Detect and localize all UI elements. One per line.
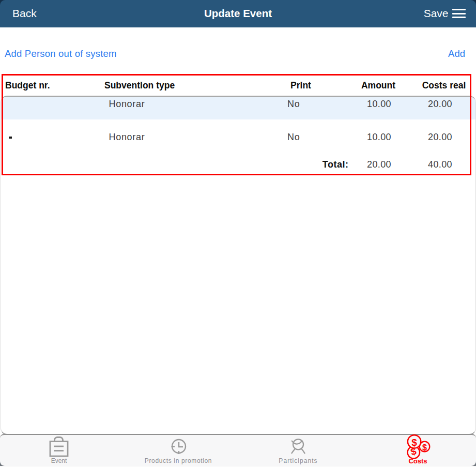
svg-text:$: $ bbox=[422, 443, 427, 452]
svg-text:$: $ bbox=[411, 437, 417, 448]
